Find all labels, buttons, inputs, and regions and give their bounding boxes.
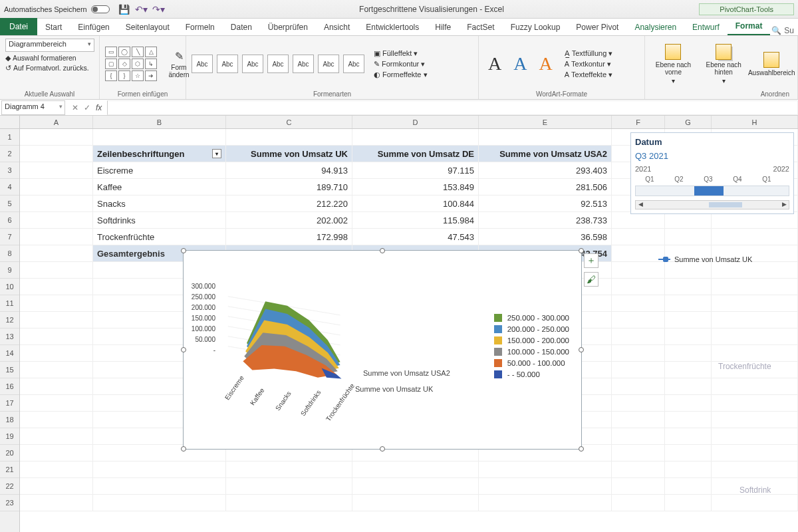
cell[interactable] <box>20 428 93 445</box>
format-selection-button[interactable]: ◆Auswahl formatieren <box>5 54 76 62</box>
cell[interactable] <box>612 229 665 245</box>
row-header[interactable]: 18 <box>0 412 19 428</box>
row-headers[interactable]: 1234567891011121314151617181920212223 <box>0 129 20 532</box>
shape-style-2[interactable]: Abc <box>217 55 238 73</box>
text-fill-button[interactable]: A̲Textfüllung▾ <box>565 49 613 58</box>
cell[interactable] <box>712 212 798 229</box>
cell[interactable]: Snacks <box>93 196 226 212</box>
resize-handle-nw[interactable] <box>181 248 186 253</box>
send-backward-button[interactable]: Ebene nach hinten▾ <box>700 43 747 86</box>
scroll-thumb[interactable] <box>709 202 742 207</box>
tab-fuzzylookup[interactable]: Fuzzy Lookup <box>503 19 569 35</box>
cell[interactable] <box>665 412 712 428</box>
cell[interactable] <box>20 212 93 229</box>
cell[interactable] <box>479 129 612 146</box>
tell-me-search[interactable]: 🔍 Su <box>771 26 798 35</box>
row-header[interactable]: 23 <box>0 495 19 511</box>
cell[interactable] <box>226 462 352 478</box>
row-header[interactable]: 19 <box>0 428 19 445</box>
row-header[interactable]: 22 <box>0 478 19 495</box>
cell[interactable] <box>226 495 352 511</box>
cell[interactable] <box>712 279 798 295</box>
cell[interactable] <box>93 462 226 478</box>
file-tab[interactable]: Datei <box>0 18 37 35</box>
cell[interactable]: Trockenfrüchte <box>93 229 226 245</box>
cell[interactable] <box>712 295 798 312</box>
cell[interactable]: 281.506 <box>479 179 612 196</box>
shape-fill-button[interactable]: ▣Fülleffekt▾ <box>374 49 428 58</box>
cancel-icon[interactable]: ✕ <box>72 103 78 112</box>
cell[interactable] <box>712 229 798 245</box>
cell[interactable] <box>712 312 798 329</box>
cell[interactable] <box>226 478 352 495</box>
cell[interactable] <box>612 462 665 478</box>
cell[interactable]: 47.543 <box>352 229 479 245</box>
cell[interactable] <box>20 495 93 511</box>
cell[interactable] <box>612 412 665 428</box>
cell[interactable]: 202.002 <box>226 212 352 229</box>
text-outline-button[interactable]: ATextkontur▾ <box>565 60 613 68</box>
cell[interactable]: 172.998 <box>226 229 352 245</box>
timeline-slicer[interactable]: Datum Q3 2021 20212022 Q1Q2Q3Q4Q1 ◀ ▶ <box>630 132 794 214</box>
cell[interactable] <box>20 329 93 345</box>
cell[interactable] <box>479 478 612 495</box>
cell[interactable]: Summe von Umsatz USA2 <box>479 146 612 162</box>
timeline-scrollbar[interactable]: ◀ ▶ <box>635 200 789 209</box>
cell[interactable] <box>20 229 93 245</box>
cell[interactable] <box>352 495 479 511</box>
cell[interactable] <box>612 362 665 378</box>
cell[interactable] <box>665 312 712 329</box>
cell[interactable] <box>612 295 665 312</box>
cell[interactable] <box>20 245 93 262</box>
row-header[interactable]: 2 <box>0 146 19 162</box>
reset-style-button[interactable]: ↺Auf Formatvorl. zurücks. <box>5 64 89 72</box>
tab-help[interactable]: Hilfe <box>427 19 459 35</box>
formula-input[interactable] <box>107 100 798 115</box>
tab-powerpivot[interactable]: Power Pivot <box>568 19 626 35</box>
save-icon[interactable]: 💾 <box>119 4 130 15</box>
row-header[interactable]: 20 <box>0 445 19 462</box>
column-header[interactable]: D <box>352 116 479 128</box>
tab-analyze[interactable]: Analysieren <box>626 19 684 35</box>
cell[interactable] <box>612 212 665 229</box>
cell[interactable] <box>712 412 798 428</box>
scroll-left-icon[interactable]: ◀ <box>636 201 645 209</box>
row-header[interactable]: 1 <box>0 129 19 146</box>
cell[interactable] <box>665 345 712 362</box>
cell[interactable] <box>612 245 665 262</box>
pivot-filter-icon[interactable]: ▾ <box>212 149 221 158</box>
cell[interactable] <box>352 478 479 495</box>
cell[interactable] <box>712 395 798 412</box>
cell[interactable]: Eiscreme <box>93 162 226 179</box>
cell[interactable] <box>20 179 93 196</box>
cell[interactable] <box>665 462 712 478</box>
row-header[interactable]: 14 <box>0 345 19 362</box>
cell[interactable] <box>665 279 712 295</box>
cell[interactable] <box>226 129 352 146</box>
cell[interactable] <box>20 129 93 146</box>
column-header[interactable]: F <box>612 116 665 128</box>
column-header[interactable]: G <box>665 116 712 128</box>
cell[interactable] <box>479 495 612 511</box>
cell[interactable] <box>665 295 712 312</box>
cell[interactable] <box>20 445 93 462</box>
tab-pagelayout[interactable]: Seitenlayout <box>118 19 178 35</box>
wordart-style-2[interactable]: A <box>509 53 531 74</box>
cell[interactable]: 94.913 <box>226 162 352 179</box>
tab-design[interactable]: Entwurf <box>684 19 728 35</box>
cell[interactable] <box>665 229 712 245</box>
cell[interactable]: 92.513 <box>479 196 612 212</box>
column-header[interactable]: B <box>93 116 226 128</box>
cell[interactable] <box>20 162 93 179</box>
cell[interactable] <box>20 196 93 212</box>
row-header[interactable]: 10 <box>0 279 19 295</box>
shape-style-7[interactable]: Abc <box>343 55 364 73</box>
cell[interactable] <box>665 495 712 511</box>
cell[interactable] <box>20 378 93 395</box>
autosave-toggle[interactable]: Automatisches Speichern <box>4 5 110 13</box>
cell[interactable] <box>20 312 93 329</box>
cell[interactable] <box>612 428 665 445</box>
cell[interactable] <box>20 412 93 428</box>
row-header[interactable]: 12 <box>0 312 19 329</box>
resize-handle-n[interactable] <box>380 248 385 253</box>
